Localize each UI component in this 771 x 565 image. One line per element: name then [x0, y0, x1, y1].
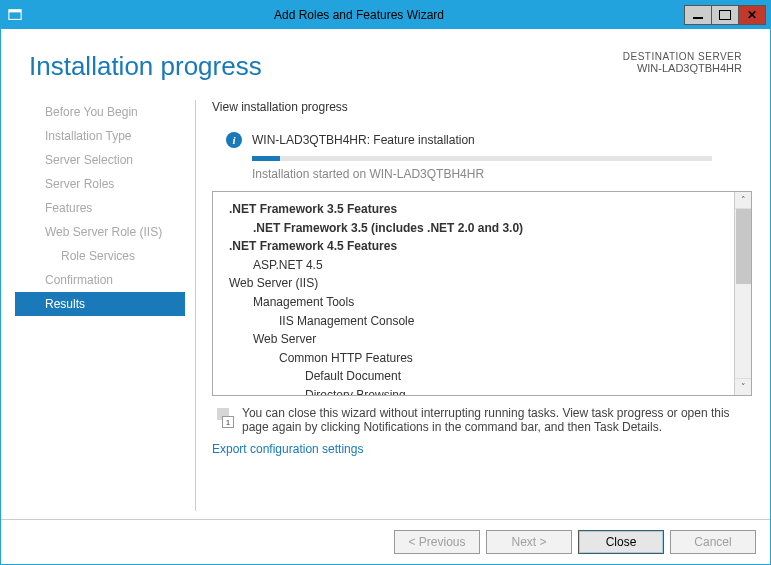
step-results: Results — [15, 292, 185, 316]
status-row: i WIN-LAD3QTBH4HR: Feature installation — [212, 132, 752, 148]
feature-item: Web Server — [219, 330, 728, 349]
step-before-you-begin: Before You Begin — [15, 100, 185, 124]
previous-button: < Previous — [394, 530, 480, 554]
destination-info: DESTINATION SERVER WIN-LAD3QTBH4HR — [623, 51, 742, 74]
notification-flag-icon[interactable] — [214, 408, 232, 426]
step-web-server-role: Web Server Role (IIS) — [15, 220, 185, 244]
feature-item: Directory Browsing — [219, 386, 728, 395]
step-features: Features — [15, 196, 185, 220]
substatus-text: Installation started on WIN-LAD3QTBH4HR — [212, 167, 752, 181]
footer-note: You can close this wizard without interr… — [212, 396, 752, 440]
feature-item: ASP.NET 4.5 — [219, 256, 728, 275]
minimize-button[interactable] — [684, 5, 712, 25]
feature-item: Common HTTP Features — [219, 349, 728, 368]
feature-item: .NET Framework 4.5 Features — [219, 237, 728, 256]
step-installation-type: Installation Type — [15, 124, 185, 148]
window-title: Add Roles and Features Wizard — [33, 8, 685, 22]
svg-rect-1 — [9, 10, 21, 13]
feature-list: .NET Framework 3.5 Features.NET Framewor… — [213, 192, 734, 395]
scroll-down-icon[interactable]: ˅ — [735, 378, 751, 395]
main-content: View installation progress i WIN-LAD3QTB… — [196, 92, 756, 519]
titlebar: Add Roles and Features Wizard — [1, 1, 770, 29]
cancel-button: Cancel — [670, 530, 756, 554]
scroll-thumb[interactable] — [736, 209, 751, 284]
step-role-services: Role Services — [15, 244, 185, 268]
page-title: Installation progress — [29, 51, 262, 82]
maximize-button[interactable] — [711, 5, 739, 25]
feature-item: Default Document — [219, 367, 728, 386]
status-text: WIN-LAD3QTBH4HR: Feature installation — [252, 133, 475, 147]
system-menu-icon[interactable] — [1, 1, 29, 29]
wizard-window: Add Roles and Features Wizard Installati… — [0, 0, 771, 565]
scroll-up-icon[interactable]: ˄ — [735, 192, 751, 209]
destination-label: DESTINATION SERVER — [623, 51, 742, 62]
wizard-steps: Before You Begin Installation Type Serve… — [15, 92, 185, 519]
info-icon: i — [226, 132, 242, 148]
header: Installation progress DESTINATION SERVER… — [1, 29, 770, 92]
progress-bar — [252, 156, 712, 161]
window-close-button[interactable] — [738, 5, 766, 25]
destination-server: WIN-LAD3QTBH4HR — [623, 62, 742, 74]
progress-fill — [252, 156, 280, 161]
step-server-roles: Server Roles — [15, 172, 185, 196]
close-button[interactable]: Close — [578, 530, 664, 554]
feature-list-box: .NET Framework 3.5 Features.NET Framewor… — [212, 191, 752, 396]
scrollbar[interactable]: ˄ ˅ — [734, 192, 751, 395]
feature-item: .NET Framework 3.5 Features — [219, 200, 728, 219]
feature-item: Web Server (IIS) — [219, 274, 728, 293]
content-caption: View installation progress — [212, 100, 752, 114]
window-controls — [685, 5, 766, 25]
feature-item: IIS Management Console — [219, 312, 728, 331]
note-text: You can close this wizard without interr… — [242, 406, 750, 434]
step-confirmation: Confirmation — [15, 268, 185, 292]
feature-item: .NET Framework 3.5 (includes .NET 2.0 an… — [219, 219, 728, 238]
button-bar: < Previous Next > Close Cancel — [1, 519, 770, 564]
export-config-link[interactable]: Export configuration settings — [212, 440, 752, 456]
feature-item: Management Tools — [219, 293, 728, 312]
next-button: Next > — [486, 530, 572, 554]
step-server-selection: Server Selection — [15, 148, 185, 172]
